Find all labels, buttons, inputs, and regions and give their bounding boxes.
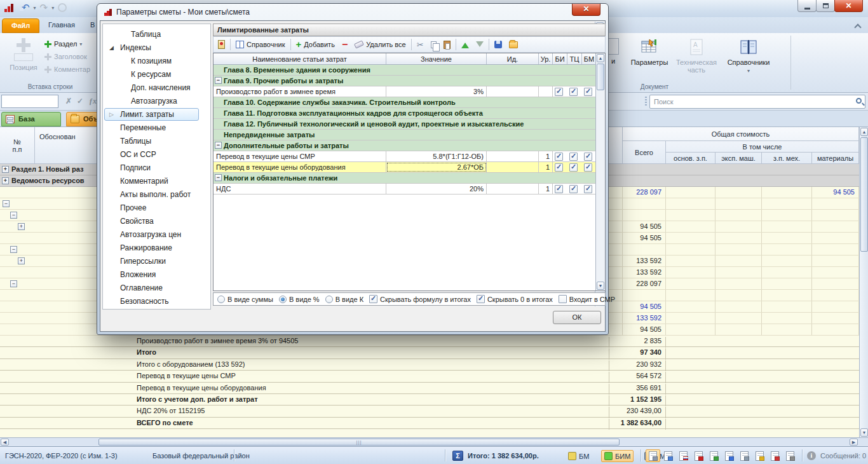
remove-button[interactable]: − xyxy=(340,40,349,49)
tree-item-0[interactable]: Таблица xyxy=(103,28,200,41)
mode-chip-бим[interactable]: БИМ xyxy=(601,450,634,462)
scroll-down-icon[interactable]: ▼ xyxy=(597,282,604,290)
tree-item-8[interactable]: Таблицы xyxy=(103,135,200,148)
bi-checkbox[interactable] xyxy=(555,163,563,172)
checkbox-icon[interactable] xyxy=(477,295,485,303)
cost-group-row[interactable]: −Налоги и обязательные платежи xyxy=(214,173,595,184)
spravochniki-button[interactable]: Справочники ▾ xyxy=(722,36,775,88)
razdel-button[interactable]: Раздел▾ xyxy=(44,38,82,50)
tab-file[interactable]: Файл xyxy=(2,18,39,33)
move-down-button[interactable] xyxy=(474,40,485,50)
cost-value-cell[interactable]: 5.8*(Г1:Г12-ОБ) xyxy=(386,151,487,161)
cost-group-row[interactable]: Глава 8. Временные здания и сооружения xyxy=(214,65,595,76)
column-header-0[interactable]: Наименование статьи затрат xyxy=(214,53,386,64)
cost-value-cell[interactable]: 3% xyxy=(386,86,487,97)
radio-icon[interactable] xyxy=(217,296,225,303)
cost-group-row[interactable]: Глава 11. Подготовка эксплуатационных ка… xyxy=(214,108,595,119)
cut-button[interactable]: ✂ xyxy=(415,39,426,51)
column-header-6[interactable]: БМ xyxy=(582,53,597,64)
bi-checkbox[interactable] xyxy=(555,88,563,96)
bm-checkbox[interactable] xyxy=(584,153,592,161)
cost-item-row[interactable]: Производство работ в зимнее время3% xyxy=(214,86,595,97)
expand-icon[interactable]: + xyxy=(18,223,25,230)
cost-item-row[interactable]: Перевод в текущие цены СМР5.8*(Г1:Г12-ОБ… xyxy=(214,151,595,162)
tab-home[interactable]: Главная xyxy=(39,18,84,33)
cost-group-row[interactable]: −Дополнительные работы и затраты xyxy=(214,140,595,151)
total-row[interactable]: Перевод в текущие цены СМР564 572 xyxy=(0,371,859,382)
tree-item-11[interactable]: Комментарий xyxy=(103,175,200,188)
expand-icon[interactable]: − xyxy=(10,212,17,219)
function-icon[interactable]: ƒx xyxy=(89,97,97,106)
view-chart-icon[interactable] xyxy=(768,449,782,462)
expand-icon[interactable]: + xyxy=(2,166,9,173)
view-russian-flag-icon[interactable] xyxy=(676,449,691,462)
view-magnifier-icon[interactable] xyxy=(737,449,752,462)
tc-checkbox[interactable] xyxy=(569,163,578,172)
table-scroll-thumb[interactable] xyxy=(597,64,604,90)
column-header-5[interactable]: ТЦ xyxy=(567,53,582,64)
bi-checkbox[interactable] xyxy=(555,153,563,161)
column-header-3[interactable]: Ур. xyxy=(539,53,553,64)
radio-icon[interactable] xyxy=(279,296,287,303)
cost-value-cell[interactable]: 20% xyxy=(386,184,487,194)
cost-group-row[interactable]: Непредвиденные затраты xyxy=(214,130,595,140)
search-icon[interactable] xyxy=(856,98,862,104)
formula-input[interactable] xyxy=(1,95,58,108)
tree-item-12[interactable]: Акты выполн. работ xyxy=(103,188,200,201)
tree-collapsed-icon[interactable]: ▷ xyxy=(109,108,114,121)
total-row[interactable]: Итого с оборудованием (133 592)230 932 xyxy=(0,359,859,371)
tree-item-5[interactable]: Автозагрузка xyxy=(103,95,200,108)
search-input[interactable]: Поиск xyxy=(649,95,865,109)
radio-icon[interactable] xyxy=(325,296,333,303)
search-grip[interactable] xyxy=(645,97,647,107)
tree-item-13[interactable]: Прочее xyxy=(103,201,200,215)
view-timer-icon[interactable] xyxy=(707,449,721,462)
tree-item-1[interactable]: ◢Индексы xyxy=(103,41,200,55)
collapse-ribbon-icon[interactable] xyxy=(855,23,860,28)
close-button[interactable]: ✕ xyxy=(834,0,863,12)
tc-checkbox[interactable] xyxy=(569,88,578,96)
bi-checkbox[interactable] xyxy=(555,185,563,193)
save-list-button[interactable] xyxy=(492,39,504,50)
copy-button[interactable] xyxy=(429,40,438,50)
checkbox-icon[interactable] xyxy=(369,295,377,303)
tc-checkbox[interactable] xyxy=(569,185,578,193)
load-list-button[interactable] xyxy=(507,40,520,50)
cost-group-row[interactable]: Глава 10. Содержание службы заказчика. С… xyxy=(214,97,595,108)
delete-all-button[interactable]: Удалить все xyxy=(353,39,407,50)
dialog-titlebar[interactable]: Параметры сметы - Мои сметы\смета xyxy=(104,8,250,17)
tab-baza[interactable]: База xyxy=(1,112,61,126)
tree-item-10[interactable]: Подписи xyxy=(103,161,200,175)
collapse-icon[interactable]: − xyxy=(215,142,222,149)
razdel-dropdown-icon[interactable]: ▾ xyxy=(79,41,82,47)
radio-option-1[interactable]: В виде % xyxy=(279,296,320,303)
horizontal-scroll-thumb[interactable]: ||| xyxy=(98,439,620,446)
tree-item-14[interactable]: Свойства xyxy=(103,215,200,228)
maximize-button[interactable] xyxy=(816,0,835,12)
view-blue-square-icon[interactable] xyxy=(661,449,675,462)
view-table-icon[interactable] xyxy=(646,449,660,462)
mode-chip-бм[interactable]: БМ xyxy=(566,450,592,462)
scroll-up-icon[interactable]: ▲ xyxy=(860,128,868,136)
tree-item-2[interactable]: К позициям xyxy=(103,55,200,68)
horizontal-scrollbar[interactable]: ◀ ||| ▶ xyxy=(0,437,868,446)
total-row[interactable]: Перевод в текущие цены оборудования356 6… xyxy=(0,383,859,394)
footer-check-1[interactable]: Скрывать 0 в итогах xyxy=(477,295,553,303)
scroll-left-icon[interactable]: ◀ xyxy=(1,439,9,446)
footer-check-2[interactable]: Входит в СМР xyxy=(559,295,615,303)
expand-icon[interactable]: − xyxy=(10,280,17,287)
scroll-up-icon[interactable]: ▲ xyxy=(597,54,604,62)
scroll-down-icon[interactable]: ▼ xyxy=(860,428,868,437)
tree-item-16[interactable]: Ранжирование xyxy=(103,242,200,255)
bm-checkbox[interactable] xyxy=(584,163,592,172)
tree-item-7[interactable]: Переменные xyxy=(103,121,200,135)
parametry-button[interactable]: Параметры xyxy=(627,36,672,88)
total-row[interactable]: НДС 20% от 1152195230 439,00 xyxy=(0,406,859,417)
add-button[interactable]: +Добавить xyxy=(294,39,337,50)
tree-item-3[interactable]: К ресурсам xyxy=(103,68,200,81)
collapse-icon[interactable]: − xyxy=(215,174,222,181)
column-header-1[interactable]: Значение xyxy=(386,53,487,64)
view-coins-icon[interactable] xyxy=(752,449,767,462)
minimize-button[interactable] xyxy=(797,0,817,12)
reference-button[interactable]: Справочник xyxy=(234,39,287,50)
